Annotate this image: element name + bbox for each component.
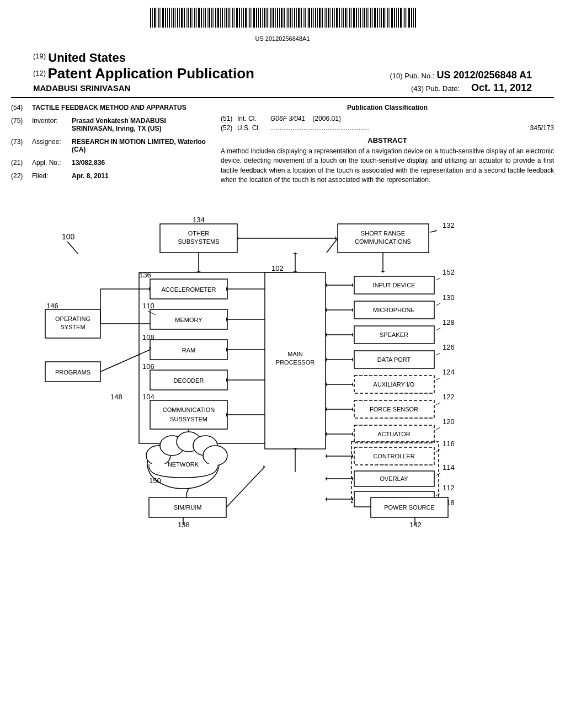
label-data-port: DATA PORT bbox=[377, 356, 411, 363]
svg-line-160 bbox=[436, 494, 440, 496]
svg-rect-20 bbox=[190, 8, 191, 28]
arrow-fs-right bbox=[352, 407, 353, 411]
svg-line-146 bbox=[436, 378, 440, 380]
svg-rect-50 bbox=[253, 8, 255, 28]
svg-rect-109 bbox=[379, 8, 380, 28]
svg-rect-73 bbox=[303, 8, 303, 28]
us-cl-val: 345/173 bbox=[530, 124, 554, 132]
svg-rect-1 bbox=[150, 8, 151, 28]
label-memory: MEMORY bbox=[175, 317, 202, 323]
svg-rect-7 bbox=[162, 8, 164, 28]
svg-rect-61 bbox=[277, 8, 278, 28]
svg-rect-38 bbox=[228, 8, 230, 28]
field-inventor-row: (75) Inventor: Prasad Venkatesh MADABUSI… bbox=[11, 117, 210, 132]
svg-line-140 bbox=[436, 303, 440, 306]
svg-rect-123 bbox=[408, 8, 410, 28]
label-decoder: DECODER bbox=[173, 377, 204, 384]
svg-rect-44 bbox=[241, 8, 242, 28]
field-inventor-val: Prasad Venkatesh MADABUSI SRINIVASAN, Ir… bbox=[72, 117, 210, 132]
svg-rect-3 bbox=[154, 8, 156, 28]
svg-line-158 bbox=[436, 473, 440, 475]
svg-rect-120 bbox=[403, 8, 403, 28]
label-comm-1: COMMUNICATION bbox=[163, 406, 215, 413]
title-block: (19) United States (12) Patent Applicati… bbox=[11, 46, 554, 98]
arrow-mic-right bbox=[352, 308, 353, 312]
inventor-name: MADABUSI SRINIVASAN bbox=[33, 83, 130, 93]
label-controller: CONTROLLER bbox=[373, 453, 414, 459]
svg-rect-88 bbox=[334, 8, 335, 28]
patent-app-right-block: (10) Pub. No.: US 2012/0256848 A1 bbox=[390, 69, 532, 81]
svg-rect-68 bbox=[292, 8, 293, 28]
svg-rect-32 bbox=[215, 8, 216, 28]
svg-rect-65 bbox=[286, 8, 286, 28]
ref-108: 108 bbox=[142, 333, 154, 341]
label-short-range-1: SHORT RANGE bbox=[361, 230, 405, 237]
svg-line-142 bbox=[436, 328, 440, 330]
label-network: NETWORK bbox=[168, 461, 199, 468]
svg-rect-93 bbox=[345, 8, 347, 28]
field-assignee-val: RESEARCH IN MOTION LIMITED, Waterloo (CA… bbox=[72, 138, 210, 153]
svg-rect-125 bbox=[413, 8, 414, 28]
field-title-row: (54) TACTILE FEEDBACK METHOD AND APPARAT… bbox=[11, 104, 210, 111]
svg-rect-85 bbox=[328, 8, 329, 28]
svg-rect-76 bbox=[308, 8, 310, 28]
svg-rect-100 bbox=[360, 8, 361, 28]
svg-rect-90 bbox=[339, 8, 340, 28]
svg-rect-70 bbox=[296, 8, 297, 28]
int-cl-num: (51) bbox=[221, 115, 237, 122]
ref-110: 110 bbox=[142, 302, 154, 310]
svg-rect-110 bbox=[381, 8, 382, 28]
svg-rect-82 bbox=[322, 8, 323, 28]
country-name: United States bbox=[48, 51, 126, 65]
svg-rect-113 bbox=[387, 8, 388, 28]
svg-rect-80 bbox=[317, 8, 318, 28]
svg-rect-9 bbox=[167, 8, 168, 28]
label-os-2: SYSTEM bbox=[60, 324, 85, 330]
svg-rect-91 bbox=[341, 8, 342, 28]
field-num-75: (75) bbox=[11, 117, 32, 132]
arrow-down-short bbox=[381, 271, 385, 272]
pub-no-label: (10) Pub. No.: bbox=[390, 72, 434, 80]
svg-rect-87 bbox=[332, 8, 333, 28]
svg-rect-103 bbox=[366, 8, 367, 28]
field-assignee-row: (73) Assignee: RESEARCH IN MOTION LIMITE… bbox=[11, 138, 210, 153]
svg-rect-29 bbox=[209, 8, 210, 28]
svg-rect-14 bbox=[177, 8, 178, 28]
field-appl-val: 13/082,836 bbox=[72, 159, 210, 167]
svg-rect-35 bbox=[222, 8, 223, 28]
field-title-val: TACTILE FEEDBACK METHOD AND APPARATUS bbox=[32, 104, 210, 111]
svg-rect-106 bbox=[372, 8, 373, 28]
svg-rect-79 bbox=[315, 8, 316, 28]
svg-line-144 bbox=[436, 353, 440, 355]
svg-rect-96 bbox=[351, 8, 352, 28]
field-filed-val: Apr. 8, 2011 bbox=[72, 172, 210, 180]
svg-point-172 bbox=[203, 446, 227, 465]
label-main-proc-2: PROCESSOR bbox=[276, 359, 315, 366]
pub-class-title: Publication Classification bbox=[221, 104, 554, 111]
patent-label: (12) bbox=[33, 69, 46, 77]
ref-132: 132 bbox=[443, 221, 455, 229]
svg-rect-111 bbox=[383, 8, 385, 28]
label-100: 100 bbox=[62, 232, 75, 241]
svg-rect-8 bbox=[165, 8, 166, 28]
svg-rect-16 bbox=[181, 8, 183, 28]
label-main-proc-1: MAIN bbox=[287, 351, 303, 357]
svg-rect-23 bbox=[196, 8, 197, 28]
ref-148: 148 bbox=[110, 393, 122, 401]
svg-rect-34 bbox=[220, 8, 221, 28]
svg-rect-119 bbox=[400, 8, 402, 28]
svg-rect-102 bbox=[364, 8, 365, 28]
svg-rect-45 bbox=[243, 8, 244, 28]
ref-126: 126 bbox=[443, 343, 455, 351]
inventor-pub-line: MADABUSI SRINIVASAN (43) Pub. Date: Oct.… bbox=[33, 82, 532, 94]
label-force-sensor: FORCE SENSOR bbox=[370, 406, 418, 413]
int-cl-year: (2006.01) bbox=[313, 115, 341, 122]
svg-rect-116 bbox=[394, 8, 395, 28]
ref-128: 128 bbox=[443, 318, 455, 326]
arrow-disp-right bbox=[352, 497, 353, 501]
svg-rect-40 bbox=[232, 8, 233, 28]
svg-rect-39 bbox=[231, 8, 231, 28]
svg-rect-75 bbox=[307, 8, 307, 28]
ref-106: 106 bbox=[142, 362, 154, 371]
svg-rect-115 bbox=[391, 8, 393, 28]
